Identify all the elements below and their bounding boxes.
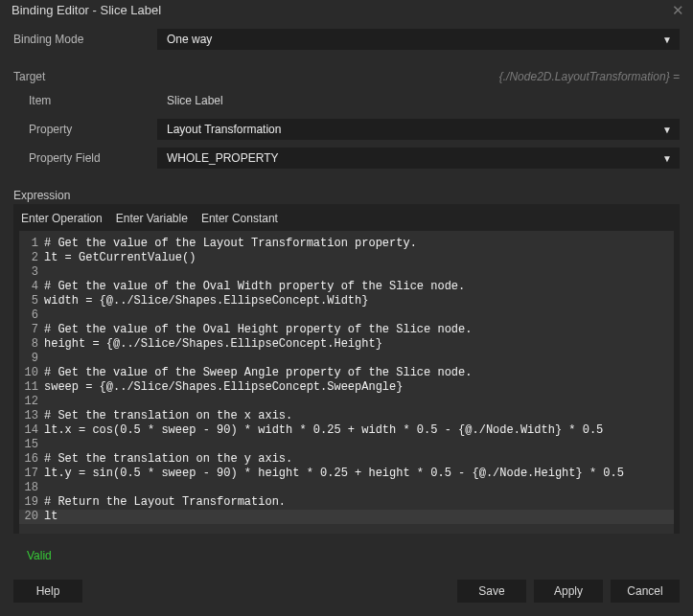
- target-field-select[interactable]: WHOLE_PROPERTY ▼: [157, 148, 680, 169]
- binding-mode-row: Binding Mode One way ▼: [13, 28, 680, 51]
- line-text: # Set the translation on the x axis.: [44, 409, 674, 423]
- binding-editor-window: Binding Editor - Slice Label ✕ Binding M…: [0, 0, 693, 616]
- line-text: sweep = {@../Slice/Shapes.EllipseConcept…: [44, 380, 674, 395]
- line-number: 9: [19, 352, 44, 366]
- line-text: [44, 265, 674, 280]
- apply-button[interactable]: Apply: [534, 580, 603, 603]
- code-line[interactable]: 4# Get the value of the Oval Width prope…: [19, 280, 674, 294]
- line-number: 10: [19, 366, 44, 380]
- target-property-value: Layout Transformation: [167, 123, 281, 136]
- line-text: # Get the value of the Oval Width proper…: [44, 280, 674, 294]
- content-area: Binding Mode One way ▼ Target {./Node2D.…: [0, 20, 693, 562]
- line-number: 14: [19, 423, 44, 438]
- line-text: # Get the value of the Oval Height prope…: [44, 323, 674, 337]
- code-line[interactable]: 12: [19, 395, 674, 409]
- window-title: Binding Editor - Slice Label: [12, 3, 161, 17]
- enter-operation-button[interactable]: Enter Operation: [21, 212, 103, 225]
- line-text: [44, 481, 674, 495]
- line-number: 1: [19, 237, 44, 251]
- line-number: 17: [19, 467, 44, 481]
- code-line[interactable]: 19# Return the Layout Transformation.: [19, 495, 674, 510]
- line-text: # Set the translation on the y axis.: [44, 452, 674, 467]
- enter-variable-button[interactable]: Enter Variable: [116, 212, 188, 225]
- target-property-select[interactable]: Layout Transformation ▼: [157, 119, 680, 140]
- expression-status: Valid: [27, 549, 680, 562]
- line-text: # Return the Layout Transformation.: [44, 495, 674, 510]
- target-field-value: WHOLE_PROPERTY: [167, 151, 278, 165]
- line-text: # Get the value of the Layout Transforma…: [44, 237, 674, 251]
- code-line[interactable]: 20lt: [19, 510, 674, 524]
- code-line[interactable]: 17lt.y = sin(0.5 * sweep - 90) * height …: [19, 467, 674, 481]
- line-text: width = {@../Slice/Shapes.EllipseConcept…: [44, 294, 674, 308]
- cancel-button[interactable]: Cancel: [611, 580, 680, 603]
- enter-constant-button[interactable]: Enter Constant: [201, 212, 278, 225]
- code-line[interactable]: 7# Get the value of the Oval Height prop…: [19, 323, 674, 337]
- chevron-down-icon: ▼: [662, 153, 672, 164]
- binding-mode-value: One way: [167, 33, 212, 46]
- line-number: 12: [19, 395, 44, 409]
- target-label: Target: [13, 70, 45, 83]
- code-line[interactable]: 14lt.x = cos(0.5 * sweep - 90) * width *…: [19, 423, 674, 438]
- code-line[interactable]: 13# Set the translation on the x axis.: [19, 409, 674, 423]
- line-number: 16: [19, 452, 44, 467]
- line-number: 6: [19, 308, 44, 323]
- line-text: height = {@../Slice/Shapes.EllipseConcep…: [44, 337, 674, 352]
- close-icon[interactable]: ✕: [668, 2, 687, 19]
- line-number: 11: [19, 380, 44, 395]
- code-line[interactable]: 2lt = GetCurrentValue(): [19, 251, 674, 265]
- line-number: 18: [19, 481, 44, 495]
- line-text: [44, 438, 674, 452]
- footer-spacer: [90, 580, 450, 603]
- line-text: [44, 308, 674, 323]
- line-number: 8: [19, 337, 44, 352]
- expression-label: Expression: [13, 189, 680, 202]
- line-number: 5: [19, 294, 44, 308]
- save-button[interactable]: Save: [457, 580, 526, 603]
- line-number: 3: [19, 265, 44, 280]
- target-property-row: Property Layout Transformation ▼: [13, 118, 680, 141]
- binding-mode-select[interactable]: One way ▼: [157, 29, 680, 50]
- line-text: [44, 352, 674, 366]
- target-field-row: Property Field WHOLE_PROPERTY ▼: [13, 147, 680, 170]
- target-item-label: Item: [13, 94, 157, 107]
- line-number: 13: [19, 409, 44, 423]
- line-number: 15: [19, 438, 44, 452]
- chevron-down-icon: ▼: [662, 34, 672, 45]
- chevron-down-icon: ▼: [662, 125, 672, 135]
- code-line[interactable]: 9: [19, 352, 674, 366]
- code-line[interactable]: 6: [19, 308, 674, 323]
- line-number: 2: [19, 251, 44, 265]
- line-number: 7: [19, 323, 44, 337]
- code-line[interactable]: 3: [19, 265, 674, 280]
- code-line[interactable]: 11sweep = {@../Slice/Shapes.EllipseConce…: [19, 380, 674, 395]
- target-path-summary: {./Node2D.LayoutTransformation} =: [499, 70, 680, 83]
- target-property-label: Property: [13, 123, 157, 136]
- line-text: lt = GetCurrentValue(): [44, 251, 674, 265]
- line-number: 4: [19, 280, 44, 294]
- line-text: # Get the value of the Sweep Angle prope…: [44, 366, 674, 380]
- line-text: lt: [44, 510, 674, 524]
- line-number: 20: [19, 510, 44, 524]
- target-field-label: Property Field: [13, 151, 157, 165]
- binding-mode-label: Binding Mode: [13, 33, 157, 46]
- code-line[interactable]: 18: [19, 481, 674, 495]
- code-line[interactable]: 5width = {@../Slice/Shapes.EllipseConcep…: [19, 294, 674, 308]
- expression-section: Expression Enter Operation Enter Variabl…: [13, 189, 680, 539]
- line-text: lt.y = sin(0.5 * sweep - 90) * height * …: [44, 467, 674, 481]
- line-text: [44, 395, 674, 409]
- footer: Help Save Apply Cancel: [0, 562, 693, 616]
- target-item-row: Item Slice Label: [13, 89, 680, 112]
- expression-toolbar: Enter Operation Enter Variable Enter Con…: [13, 210, 680, 231]
- code-line[interactable]: 16# Set the translation on the y axis.: [19, 452, 674, 467]
- help-button[interactable]: Help: [13, 580, 82, 603]
- target-item-value: Slice Label: [157, 94, 680, 107]
- titlebar: Binding Editor - Slice Label ✕: [0, 0, 693, 20]
- line-text: lt.x = cos(0.5 * sweep - 90) * width * 0…: [44, 423, 674, 438]
- code-line[interactable]: 10# Get the value of the Sweep Angle pro…: [19, 366, 674, 380]
- code-line[interactable]: 15: [19, 438, 674, 452]
- code-line[interactable]: 1# Get the value of the Layout Transform…: [19, 237, 674, 251]
- target-section-header: Target {./Node2D.LayoutTransformation} =: [13, 70, 680, 83]
- line-number: 19: [19, 495, 44, 510]
- code-line[interactable]: 8height = {@../Slice/Shapes.EllipseConce…: [19, 337, 674, 352]
- expression-code-editor[interactable]: 1# Get the value of the Layout Transform…: [19, 231, 674, 534]
